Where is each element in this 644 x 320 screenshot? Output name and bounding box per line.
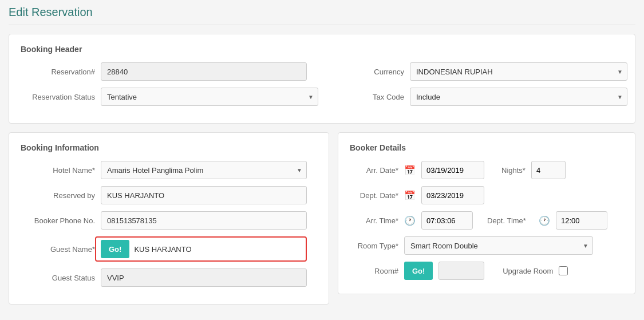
booker-details-card: Booker Details Arr. Date* 📅 Nights* Dept… [338, 132, 635, 294]
tax-code-wrapper[interactable]: Include Exclude [410, 88, 627, 106]
dept-time-clock-icon: 🕐 [539, 215, 550, 226]
arr-time-input[interactable] [421, 211, 473, 230]
guest-name-container: Go! KUS HARJANTO [95, 236, 307, 262]
booking-information-title: Booking Information [21, 143, 317, 152]
nights-label: Nights* [501, 166, 526, 175]
reservation-status-wrapper[interactable]: Tentative Confirmed Cancelled [101, 88, 318, 106]
booker-phone-label: Booker Phone No. [21, 216, 95, 225]
currency-select[interactable]: INDONESIAN RUPIAH [410, 62, 627, 81]
dept-time-input[interactable] [556, 211, 607, 230]
booking-information-card: Booking Information Hotel Name* Amaris H… [9, 132, 329, 305]
booking-header-card: Booking Header Reservation# Reservation … [9, 34, 635, 124]
nights-input[interactable] [531, 161, 566, 179]
booker-phone-input[interactable] [101, 211, 307, 230]
guest-name-value: KUS HARJANTO [134, 245, 191, 254]
dept-date-input[interactable] [421, 186, 484, 204]
reservation-number-input[interactable] [101, 62, 307, 81]
dept-date-label: Dept. Date* [350, 191, 398, 200]
arr-time-clock-icon: 🕐 [404, 215, 416, 226]
reservation-status-label: Reservation Status [21, 93, 95, 101]
reserved-by-input[interactable] [101, 186, 307, 204]
hotel-name-label: Hotel Name* [21, 166, 95, 175]
reserved-by-label: Reserved by [21, 191, 95, 200]
booking-header-title: Booking Header [21, 45, 623, 54]
hotel-name-select[interactable]: Amaris Hotel Panglima Polim [101, 161, 307, 179]
arr-date-input[interactable] [421, 161, 484, 179]
booker-details-title: Booker Details [350, 143, 623, 152]
guest-status-input[interactable] [101, 268, 307, 287]
arr-date-label: Arr. Date* [350, 166, 398, 175]
guest-name-go-button[interactable]: Go! [101, 240, 129, 258]
room-number-label: Room# [350, 267, 398, 275]
dept-time-label: Dept. Time* [487, 216, 533, 225]
upgrade-room-checkbox[interactable] [559, 266, 568, 275]
dept-date-calendar-icon: 📅 [404, 190, 416, 201]
room-go-button[interactable]: Go! [404, 262, 433, 280]
tax-code-label: Tax Code [330, 93, 404, 101]
reservation-status-select[interactable]: Tentative Confirmed Cancelled [101, 88, 318, 106]
page-title: Edit Reservation [9, 6, 635, 25]
room-number-input[interactable] [438, 262, 484, 280]
reservation-number-label: Reservation# [21, 68, 95, 76]
currency-wrapper[interactable]: INDONESIAN RUPIAH [410, 62, 627, 81]
room-type-select[interactable]: Smart Room Double [404, 236, 593, 255]
guest-status-label: Guest Status [21, 274, 95, 282]
upgrade-room-label: Upgrade Room [490, 267, 553, 275]
arr-date-calendar-icon: 📅 [404, 165, 416, 176]
guest-name-label: Guest Name* [21, 245, 95, 254]
room-type-label: Room Type* [350, 242, 398, 250]
currency-label: Currency [330, 68, 404, 76]
tax-code-select[interactable]: Include Exclude [410, 88, 627, 106]
hotel-name-wrapper[interactable]: Amaris Hotel Panglima Polim [101, 161, 307, 179]
room-type-wrapper[interactable]: Smart Room Double [404, 236, 593, 255]
arr-time-label: Arr. Time* [350, 216, 398, 225]
